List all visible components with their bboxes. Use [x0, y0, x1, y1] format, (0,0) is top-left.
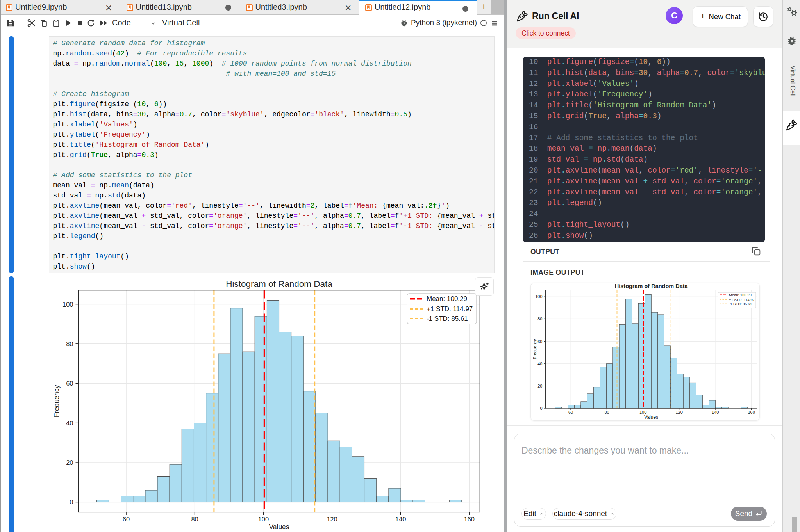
svg-text:20: 20	[538, 384, 542, 388]
svg-text:60: 60	[123, 516, 130, 523]
svg-text:40: 40	[66, 420, 73, 427]
svg-text:Values: Values	[269, 523, 289, 531]
svg-text:+1 STD: 114.97: +1 STD: 114.97	[427, 305, 473, 313]
svg-text:0: 0	[70, 498, 73, 505]
svg-text:100: 100	[258, 516, 269, 523]
svg-text:100: 100	[62, 301, 73, 308]
svg-text:40: 40	[538, 361, 542, 366]
svg-text:60: 60	[66, 380, 73, 387]
svg-text:-1 STD: 85.61: -1 STD: 85.61	[427, 315, 468, 322]
svg-text:80: 80	[66, 340, 73, 347]
svg-text:80: 80	[538, 317, 542, 321]
svg-text:60: 60	[568, 410, 573, 415]
svg-text:160: 160	[464, 516, 475, 523]
svg-text:100: 100	[535, 294, 542, 299]
svg-text:160: 160	[748, 410, 755, 415]
svg-text:80: 80	[191, 516, 198, 523]
svg-text:Frequency: Frequency	[532, 339, 537, 359]
svg-text:Mean: 100.29: Mean: 100.29	[729, 293, 752, 297]
svg-text:Histogram of Random Data: Histogram of Random Data	[226, 279, 332, 289]
svg-text:Histogram of Random Data: Histogram of Random Data	[615, 283, 688, 289]
svg-text:60: 60	[538, 339, 542, 344]
svg-text:Mean: 100.29: Mean: 100.29	[427, 295, 467, 302]
svg-text:Values: Values	[644, 415, 658, 420]
svg-text:120: 120	[327, 516, 338, 523]
svg-text:100: 100	[639, 410, 646, 415]
svg-text:120: 120	[675, 410, 682, 415]
svg-text:80: 80	[604, 410, 609, 415]
svg-text:140: 140	[395, 516, 406, 523]
svg-text:-1 STD: 85.61: -1 STD: 85.61	[729, 302, 752, 306]
svg-text:140: 140	[712, 410, 719, 415]
svg-text:20: 20	[66, 459, 73, 466]
svg-text:0: 0	[540, 406, 542, 411]
svg-text:+1 STD: 114.97: +1 STD: 114.97	[729, 297, 755, 302]
svg-text:Frequency: Frequency	[53, 385, 61, 417]
